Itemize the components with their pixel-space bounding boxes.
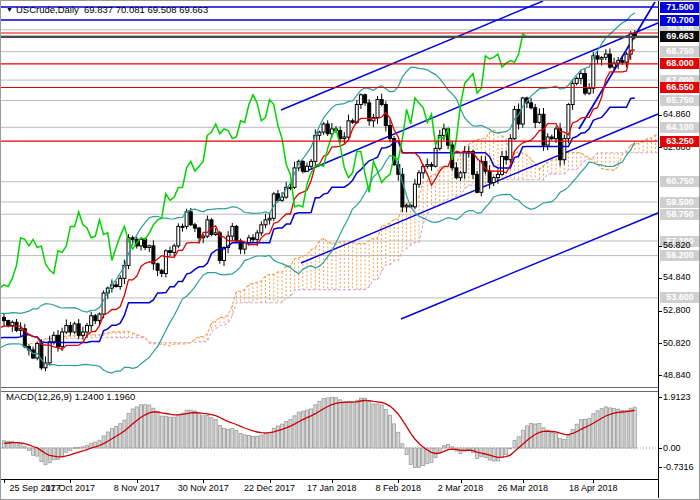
trading-chart-window: ▼USCrude,Daily 69.837 70.081 69.508 69.6…: [0, 0, 700, 500]
symbol-dropdown-icon[interactable]: ▼: [6, 6, 13, 13]
time-axis-tick: [203, 479, 204, 483]
time-axis-tick: [398, 479, 399, 483]
axis-tick: [658, 397, 662, 398]
price-level-badge-blue: 71.500: [660, 2, 700, 13]
price-level-badge-red: 66.550: [660, 82, 700, 93]
time-axis-tick: [332, 479, 333, 483]
time-axis-label: 17 Jan 2018: [307, 483, 357, 493]
time-axis-tick: [523, 479, 524, 483]
time-axis[interactable]: 25 Sep 201717 Oct 20178 Nov 201730 Nov 2…: [1, 481, 659, 499]
macd-axis-tick-label: 0.00: [663, 443, 700, 454]
time-axis-label: 8 Nov 2017: [114, 483, 160, 493]
price-level-label-gray: 68.750: [660, 46, 700, 57]
price-axis-tick-label: 50.820: [663, 338, 700, 349]
time-axis-label: 26 Mar 2018: [497, 483, 548, 493]
macd-axis-tick-label: -0.7316: [663, 462, 700, 473]
price-level-label-gray: 56.200: [660, 250, 700, 261]
macd-signal-value: 1.1960: [106, 391, 135, 402]
time-axis-label: 30 Nov 2017: [178, 483, 229, 493]
time-axis-tick: [593, 479, 594, 483]
price-axis-tick-label: 56.820: [663, 240, 700, 251]
axis-tick: [658, 115, 662, 116]
price-level-label-gray: 60.750: [660, 176, 700, 187]
time-axis-tick: [70, 479, 71, 483]
time-axis-label: 8 Feb 2018: [375, 483, 421, 493]
price-level-badge-red: 68.000: [660, 58, 700, 69]
macd-pane-border: [1, 479, 659, 480]
time-axis-label: 17 Oct 2017: [46, 483, 95, 493]
price-level-label-gray: 53.600: [660, 292, 700, 303]
axis-tick: [658, 147, 662, 148]
bid-price-badge: 69.663: [660, 31, 700, 42]
price-axis[interactable]: 70.10069.75068.75067.00065.75064.10060.7…: [659, 1, 700, 498]
price-level-badge-blue: 70.700: [660, 15, 700, 26]
price-level-label-gray: 58.750: [660, 209, 700, 220]
time-axis-label: 2 Mar 2018: [438, 483, 484, 493]
time-axis-label: 18 Apr 2018: [569, 483, 618, 493]
axis-tick: [658, 246, 662, 247]
chart-ohlc-values: 69.837 70.081 69.508 69.663: [84, 4, 208, 15]
price-level-label-gray: 64.100: [660, 122, 700, 133]
macd-indicator-name: MACD(12,26,9): [6, 391, 72, 402]
axis-tick: [658, 278, 662, 279]
macd-label: MACD(12,26,9) 1.2400 1.1960: [6, 391, 135, 402]
axis-tick: [658, 448, 662, 449]
price-axis-tick-label: 48.840: [663, 370, 700, 381]
chart-title: ▼USCrude,Daily 69.837 70.081 69.508 69.6…: [6, 4, 208, 15]
axis-tick: [658, 343, 662, 344]
axis-tick: [658, 375, 662, 376]
price-level-label-gray: 59.500: [660, 197, 700, 208]
time-axis-tick: [4, 479, 5, 483]
axis-tick: [658, 467, 662, 468]
time-axis-tick: [137, 479, 138, 483]
chart-symbol-label: USCrude,Daily: [16, 4, 79, 15]
macd-axis-tick-label: 1.9123: [663, 392, 700, 403]
macd-indicator-pane[interactable]: [1, 390, 659, 479]
price-level-badge-red: 63.250: [660, 136, 700, 147]
time-axis-label: 22 Dec 2017: [244, 483, 295, 493]
axis-tick: [658, 311, 662, 312]
price-level-label-gray: 65.750: [660, 95, 700, 106]
time-axis-tick: [270, 479, 271, 483]
price-axis-tick-label: 64.860: [663, 109, 700, 120]
price-axis-tick-label: 54.840: [663, 272, 700, 283]
macd-current-value: 1.2400: [75, 391, 104, 402]
main-price-chart[interactable]: [1, 1, 659, 387]
price-axis-tick-label: 52.800: [663, 305, 700, 316]
time-axis-tick: [461, 479, 462, 483]
